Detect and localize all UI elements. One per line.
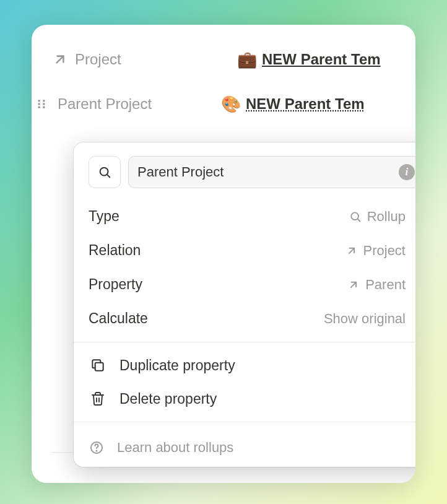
svg-line-11 [349, 248, 354, 253]
svg-line-8 [107, 175, 110, 177]
config-value-text: Parent [365, 277, 406, 293]
property-value-group[interactable]: 🎨 NEW Parent Tem [221, 95, 396, 114]
arrow-up-right-icon [347, 278, 360, 292]
config-value: Rollup [349, 209, 415, 225]
svg-rect-13 [95, 363, 103, 371]
learn-about-rollups-link[interactable]: Learn about rollups [74, 428, 415, 467]
property-label: Project [75, 51, 121, 68]
chevron-right-icon [413, 313, 415, 324]
config-value-text: Rollup [367, 209, 406, 225]
config-label: Calculate [89, 310, 148, 327]
chevron-right-icon [413, 211, 415, 222]
delete-property-button[interactable]: Delete property [74, 382, 415, 415]
briefcase-emoji: 💼 [237, 50, 257, 69]
palette-emoji: 🎨 [221, 95, 241, 114]
divider [74, 422, 415, 422]
property-row-project: Project 💼 NEW Parent Tem [32, 45, 415, 74]
svg-point-1 [38, 100, 40, 102]
svg-line-10 [357, 219, 360, 221]
duplicate-property-button[interactable]: Duplicate property [74, 349, 415, 382]
property-value-text: NEW Parent Tem [246, 95, 365, 113]
property-row-parent-project: Parent Project 🎨 NEW Parent Tem [32, 89, 415, 119]
chevron-right-icon [413, 245, 415, 256]
config-row-relation[interactable]: Relation Project [74, 233, 415, 267]
svg-point-2 [43, 100, 45, 102]
duplicate-icon [89, 356, 107, 375]
svg-point-6 [43, 106, 45, 108]
action-label: Duplicate property [119, 357, 235, 374]
config-value: Show original [324, 311, 415, 327]
learn-label: Learn about rollups [117, 440, 233, 456]
config-label: Type [89, 208, 119, 225]
property-value-group[interactable]: 💼 NEW Parent Tem [237, 50, 396, 69]
chevron-right-icon [413, 279, 415, 290]
page-card: Project 💼 NEW Parent Tem Parent Project … [32, 25, 415, 483]
config-label: Property [89, 276, 142, 293]
config-row-calculate[interactable]: Calculate Show original [74, 302, 415, 336]
property-name-input-wrap[interactable]: i [128, 156, 415, 188]
search-icon [349, 210, 362, 224]
property-name-input[interactable] [137, 164, 399, 180]
svg-point-4 [43, 103, 45, 105]
trash-icon [89, 389, 107, 408]
svg-line-0 [57, 56, 64, 63]
svg-line-12 [351, 282, 356, 287]
info-icon[interactable]: i [399, 164, 415, 180]
search-icon-button[interactable] [89, 156, 121, 188]
help-icon [89, 440, 105, 456]
property-label-group[interactable]: Project [51, 51, 237, 68]
config-value: Parent [347, 277, 415, 293]
config-value-text: Project [363, 243, 406, 259]
arrow-up-right-icon [51, 51, 69, 68]
property-label: Parent Project [58, 95, 152, 113]
popup-header: i [74, 142, 415, 199]
config-label: Relation [89, 242, 141, 259]
svg-point-3 [38, 103, 40, 105]
config-row-property[interactable]: Property Parent [74, 267, 415, 302]
divider [74, 342, 415, 342]
action-label: Delete property [119, 391, 217, 407]
drag-handle-icon[interactable] [35, 98, 48, 110]
config-value: Project [345, 243, 415, 259]
svg-point-5 [38, 106, 40, 108]
config-value-text: Show original [324, 311, 406, 327]
property-config-popup: i Type Rollup Relation Project [74, 142, 415, 467]
svg-point-15 [96, 450, 97, 451]
property-value-text: NEW Parent Tem [262, 51, 381, 68]
arrow-up-right-icon [345, 244, 358, 258]
config-row-type[interactable]: Type Rollup [74, 199, 415, 233]
property-label-group[interactable]: Parent Project [35, 95, 221, 113]
